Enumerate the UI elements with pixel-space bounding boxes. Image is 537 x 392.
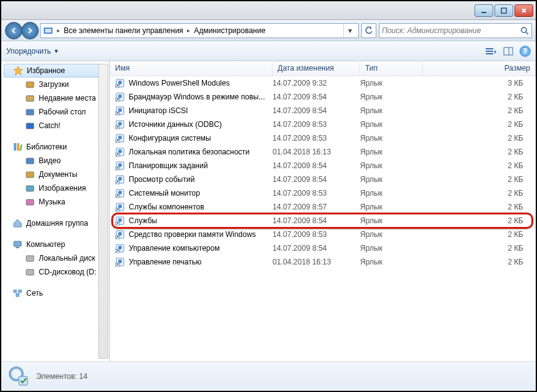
svg-point-6 [521, 28, 526, 33]
svg-point-67 [118, 232, 122, 236]
sidebar-network[interactable]: Сеть [1, 286, 109, 300]
svg-point-55 [118, 177, 122, 181]
sidebar-item[interactable]: Документы [1, 168, 109, 181]
sidebar-favorites[interactable]: Избранное [4, 64, 107, 78]
svg-point-46 [118, 136, 122, 139]
file-row[interactable]: Просмотр событий14.07.2009 8:54Ярлык2 КБ [110, 173, 536, 186]
file-name: Локальная политика безопасности [129, 148, 249, 156]
maximize-button[interactable] [494, 4, 513, 17]
file-row[interactable]: Службы14.07.2009 8:54Ярлык2 КБ [110, 214, 536, 228]
file-row[interactable]: Брандмауэр Windows в режиме повы...14.07… [110, 90, 536, 104]
sidebar-item[interactable]: CD-дисковод (D: [1, 265, 109, 279]
breadcrumb-2[interactable]: Администрирование [194, 26, 265, 35]
sidebar-item[interactable]: Catch! [1, 119, 109, 133]
sidebar-libraries[interactable]: Библиотеки [1, 140, 109, 154]
svg-line-7 [526, 32, 528, 34]
shortcut-icon [115, 78, 125, 88]
file-size: 2 КБ [423, 134, 536, 143]
file-date: 14.07.2009 8:54 [273, 93, 360, 101]
column-size[interactable]: Размер [423, 61, 536, 76]
file-row[interactable]: Конфигурация системы14.07.2009 8:53Ярлык… [110, 131, 536, 145]
column-name[interactable]: Имя [110, 61, 273, 76]
file-row[interactable]: Инициатор iSCSI14.07.2009 8:54Ярлык2 КБ [110, 104, 536, 118]
svg-rect-23 [26, 199, 34, 205]
sidebar-item[interactable]: Музыка [1, 195, 109, 209]
breadcrumb-1[interactable]: Все элементы панели управления [64, 26, 183, 35]
preview-pane-button[interactable] [502, 45, 514, 58]
sidebar-item[interactable]: Рабочий стол [1, 105, 109, 119]
item-icon [25, 267, 35, 277]
file-date: 14.07.2009 8:54 [273, 244, 360, 253]
file-size: 2 КБ [423, 244, 536, 253]
file-date: 14.07.2009 8:53 [273, 230, 360, 239]
sidebar: Избранное ЗагрузкиНедавние местаРабочий … [1, 61, 110, 361]
sidebar-item[interactable]: Загрузки [1, 78, 109, 91]
shortcut-icon [115, 257, 125, 267]
toolbar: Упорядочить ▼ ? [1, 41, 536, 61]
sidebar-homegroup[interactable]: Домашняя группа [1, 216, 109, 230]
file-date: 14.07.2009 8:54 [273, 216, 360, 225]
svg-rect-20 [26, 158, 34, 164]
minimize-button[interactable] [474, 4, 493, 17]
column-date[interactable]: Дата изменения [273, 61, 360, 76]
status-bar: Элементов: 14 [1, 361, 536, 390]
file-type: Ярлык [360, 203, 423, 211]
column-headers: Имя Дата изменения Тип Размер [110, 61, 536, 76]
svg-rect-5 [45, 29, 51, 33]
search-box[interactable] [379, 23, 532, 38]
sidebar-computer[interactable]: Компьютер [1, 238, 109, 251]
sidebar-item[interactable]: Изображения [1, 181, 109, 195]
svg-point-34 [118, 81, 122, 84]
shortcut-icon [115, 216, 125, 226]
file-row[interactable]: Источники данных (ODBC)14.07.2009 8:53Яр… [110, 118, 536, 131]
file-row[interactable]: Управление печатью01.04.2018 16:13Ярлык2… [110, 255, 536, 269]
view-mode-button[interactable] [484, 45, 497, 58]
svg-line-31 [15, 293, 18, 294]
titlebar [1, 1, 536, 20]
address-bar[interactable]: ▸ Все элементы панели управления ▸ Админ… [40, 23, 359, 38]
main-area: Избранное ЗагрузкиНедавние местаРабочий … [1, 61, 536, 361]
back-button[interactable] [5, 22, 23, 39]
nav-buttons [5, 22, 38, 39]
help-button[interactable]: ? [519, 46, 531, 57]
svg-rect-25 [16, 247, 19, 248]
sidebar-item[interactable]: Локальный диск [1, 251, 109, 265]
sidebar-item-label: Музыка [39, 198, 65, 206]
item-icon [25, 121, 35, 131]
file-name: Управление печатью [129, 258, 201, 266]
item-icon [25, 107, 35, 117]
file-date: 01.04.2018 16:13 [273, 258, 360, 266]
svg-rect-15 [26, 109, 34, 115]
file-row[interactable]: Службы компонентов14.07.2009 8:57Ярлык2 … [110, 200, 536, 214]
refresh-button[interactable] [361, 23, 376, 38]
svg-point-73 [118, 259, 122, 263]
file-type: Ярлык [360, 93, 423, 101]
column-type[interactable]: Тип [360, 61, 423, 76]
file-size: 2 КБ [423, 148, 536, 156]
file-size: 2 КБ [423, 93, 536, 101]
close-button[interactable] [514, 4, 533, 17]
file-row[interactable]: Windows PowerShell Modules14.07.2009 9:3… [110, 76, 536, 90]
sidebar-item[interactable]: Видео [1, 154, 109, 168]
forward-button[interactable] [21, 22, 39, 39]
file-row[interactable]: Локальная политика безопасности01.04.201… [110, 145, 536, 159]
item-icon [25, 93, 35, 103]
file-size: 2 КБ [423, 189, 536, 198]
file-row[interactable]: Системный монитор14.07.2009 8:53Ярлык2 К… [110, 186, 536, 200]
file-row[interactable]: Средство проверки памяти Windows14.07.20… [110, 228, 536, 241]
svg-point-64 [118, 218, 122, 222]
file-row[interactable]: Планировщик заданий14.07.2009 8:54Ярлык2… [110, 159, 536, 173]
sidebar-item-label: Библиотеки [26, 143, 67, 151]
file-size: 2 КБ [423, 203, 536, 211]
organize-button[interactable]: Упорядочить [6, 47, 51, 56]
file-row[interactable]: Управление компьютером14.07.2009 8:54Ярл… [110, 241, 536, 255]
file-name: Службы [129, 216, 157, 225]
sidebar-item[interactable]: Недавние места [1, 91, 109, 105]
file-name: Планировщик заданий [129, 161, 208, 170]
sidebar-scrollbar[interactable] [98, 64, 108, 359]
address-dropdown[interactable]: ▾ [343, 24, 356, 38]
svg-point-61 [118, 204, 122, 208]
search-input[interactable] [382, 26, 520, 35]
file-size: 2 КБ [423, 161, 536, 170]
svg-rect-22 [26, 186, 34, 191]
